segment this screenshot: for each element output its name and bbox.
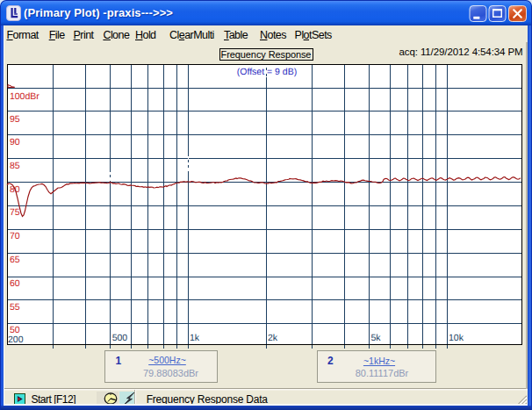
svg-text:90: 90 [10, 137, 20, 147]
svg-text:500: 500 [112, 333, 128, 343]
svg-text:(Offset = 9 dB): (Offset = 9 dB) [237, 67, 297, 77]
svg-text:70: 70 [10, 231, 20, 241]
svg-text:100dBr: 100dBr [10, 91, 40, 102]
svg-text:85: 85 [10, 161, 20, 171]
svg-text:60: 60 [10, 278, 20, 289]
svg-text:75: 75 [10, 207, 20, 218]
svg-text:5k: 5k [371, 333, 382, 343]
svg-text:55: 55 [10, 302, 20, 313]
svg-text:10k: 10k [449, 333, 464, 343]
svg-text:2k: 2k [268, 333, 278, 343]
svg-text:200: 200 [8, 334, 24, 345]
svg-text:1k: 1k [190, 333, 200, 343]
svg-text:65: 65 [10, 255, 20, 265]
svg-text:95: 95 [10, 114, 20, 125]
